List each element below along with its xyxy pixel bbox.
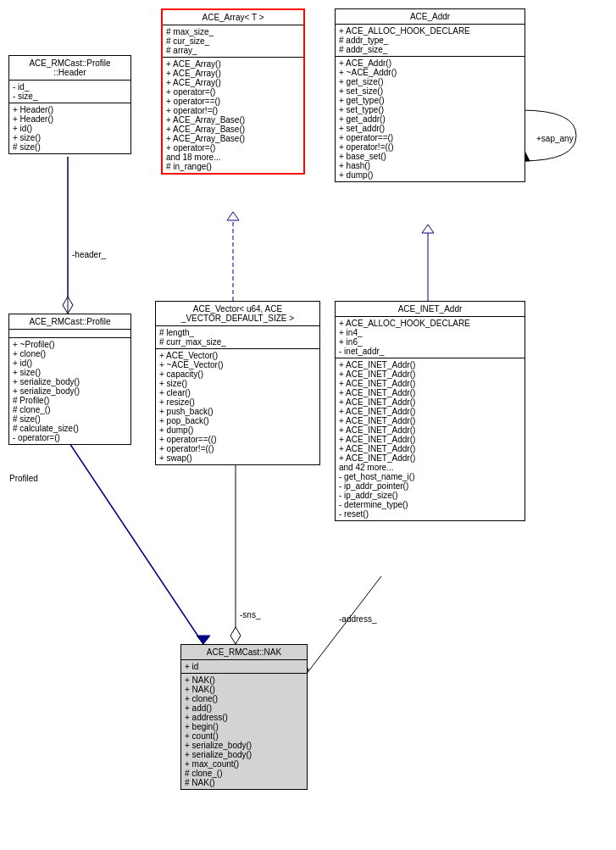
ace-array-title: ACE_Array< T > [163, 10, 303, 25]
ace-rmcast-nak-fields: + id [181, 660, 307, 674]
ace-rmcast-profile-title: ACE_RMCast::Profile [9, 314, 130, 330]
ace-inet-addr-methods: + ACE_INET_Addr()+ ACE_INET_Addr()+ ACE_… [336, 358, 524, 520]
header-label: -header_ [72, 250, 106, 259]
ace-rmcast-profile-empty [9, 330, 130, 338]
sns-label: -sns_ [240, 610, 260, 619]
ace-array-fields: # max_size_# cur_size_# array_ [163, 25, 303, 58]
ace-array-methods: + ACE_Array()+ ACE_Array()+ ACE_Array()+… [163, 58, 303, 173]
ace-vector-title: ACE_Vector< u64, ACE_VECTOR_DEFAULT_SIZE… [156, 302, 319, 326]
ace-array-box: ACE_Array< T > # max_size_# cur_size_# a… [161, 8, 305, 175]
ace-vector-methods: + ACE_Vector()+ ~ACE_Vector()+ capacity(… [156, 349, 319, 464]
ace-vector-box: ACE_Vector< u64, ACE_VECTOR_DEFAULT_SIZE… [155, 301, 320, 465]
svg-marker-10 [230, 627, 241, 644]
svg-line-11 [303, 576, 381, 678]
address-label: -address_ [339, 614, 376, 624]
svg-marker-5 [63, 297, 73, 314]
ace-inet-addr-title: ACE_INET_Addr [336, 302, 524, 317]
ace-addr-box: ACE_Addr + ACE_ALLOC_HOOK_DECLARE# addr_… [335, 8, 525, 182]
ace-rmcast-nak-methods: + NAK()+ NAK()+ clone()+ add()+ address(… [181, 674, 307, 789]
sap-any-label: +sap_any [536, 134, 574, 143]
svg-marker-3 [422, 225, 434, 233]
ace-rmcast-profile-header-box: ACE_RMCast::Profile::Header - id_- size_… [8, 55, 131, 154]
ace-rmcast-nak-box: ACE_RMCast::NAK + id + NAK()+ NAK()+ clo… [180, 644, 308, 790]
profiled-label: Profiled [9, 474, 38, 483]
ace-inet-addr-box: ACE_INET_Addr + ACE_ALLOC_HOOK_DECLARE+ … [335, 301, 525, 521]
ace-vector-fields: # length_# curr_max_size_ [156, 326, 319, 349]
ace-rmcast-profile-box: ACE_RMCast::Profile + ~Profile()+ clone(… [8, 314, 131, 445]
ace-rmcast-nak-title: ACE_RMCast::NAK [181, 645, 307, 660]
svg-marker-1 [227, 212, 239, 220]
ace-inet-addr-fields: + ACE_ALLOC_HOOK_DECLARE+ in4_+ in6_- in… [336, 317, 524, 358]
ace-addr-methods: + ACE_Addr()+ ~ACE_Addr()+ get_size()+ s… [336, 57, 524, 181]
ace-addr-fields: + ACE_ALLOC_HOOK_DECLARE# addr_type_# ad… [336, 25, 524, 57]
ace-rmcast-profile-header-title: ACE_RMCast::Profile::Header [9, 56, 130, 81]
ace-rmcast-profile-header-methods: + Header()+ Header()+ id()+ size()# size… [9, 103, 130, 153]
svg-marker-8 [197, 636, 210, 644]
ace-addr-title: ACE_Addr [336, 9, 524, 25]
ace-rmcast-profile-header-fields: - id_- size_ [9, 81, 130, 103]
svg-line-7 [68, 441, 203, 644]
ace-rmcast-profile-methods: + ~Profile()+ clone()+ id()+ size()+ ser… [9, 338, 130, 444]
